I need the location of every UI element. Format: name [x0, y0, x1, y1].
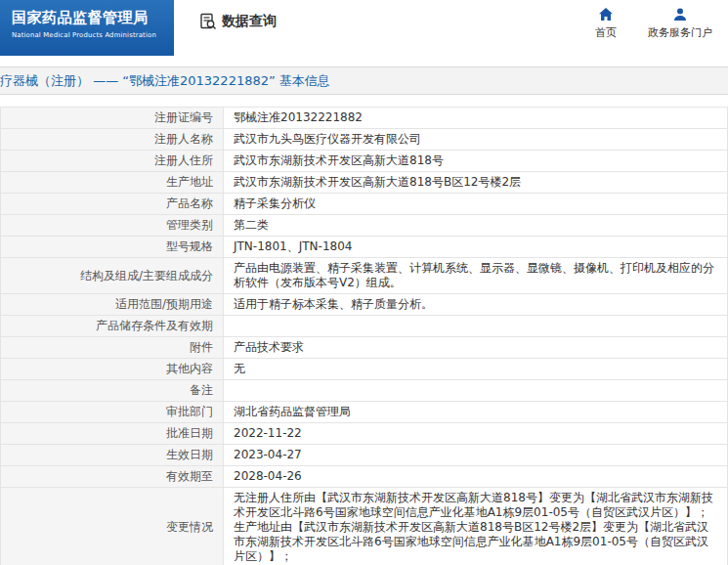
agency-name: 国家药品监督管理局 [12, 9, 166, 27]
nav-portal[interactable]: 政务服务门户 [648, 7, 712, 40]
row-value: 第二类 [224, 215, 728, 237]
table-row: 结构及组成/主要组成成分产品由电源装置、精子采集装置、计算机系统、显示器、显微镜… [1, 258, 728, 294]
table-row: 审批部门湖北省药品监督管理局 [1, 402, 728, 423]
row-label: 审批部门 [1, 402, 224, 423]
row-value: 2022-11-22 [224, 423, 728, 445]
table-row: 产品储存条件及有效期 [1, 316, 728, 337]
table-row: 注册证编号鄂械注准20132221882 [1, 108, 728, 129]
table-row: 型号规格JTN-1801、JTN-1804 [1, 237, 728, 258]
row-value: 武汉市东湖新技术开发区高新大道818号B区12号楼2层 [224, 172, 728, 194]
row-label: 产品名称 [1, 194, 224, 215]
table-row: 管理类别第二类 [1, 215, 728, 237]
table-row: 注册人名称武汉市九头鸟医疗仪器开发有限公司 [1, 129, 728, 151]
row-label: 其他内容 [1, 359, 224, 380]
agency-logo-block: 国家药品监督管理局 National Medical Products Admi… [0, 0, 174, 56]
row-label: 生效日期 [1, 445, 224, 466]
table-row: 生效日期2023-04-27 [1, 445, 728, 466]
table-row: 生产地址武汉市东湖新技术开发区高新大道818号B区12号楼2层 [1, 172, 728, 194]
breadcrumb-bar: 医疗器械（注册） —— “鄂械注准20132221882” 基本信息 [0, 66, 728, 95]
row-label: 批准日期 [1, 423, 224, 445]
table-row: 有效期至2028-04-26 [1, 466, 728, 488]
top-header: 国家药品监督管理局 National Medical Products Admi… [0, 0, 728, 56]
home-icon [598, 7, 614, 22]
table-row: 附件产品技术要求 [1, 337, 728, 359]
nav-portal-label: 政务服务门户 [648, 25, 712, 40]
row-value: 2028-04-26 [224, 466, 728, 488]
agency-name-en: National Medical Products Administration [12, 31, 166, 39]
row-label: 附件 [1, 337, 224, 359]
row-label: 注册人名称 [1, 129, 224, 151]
row-value [224, 380, 728, 402]
table-row: 注册人住所武汉市东湖新技术开发区高新大道818号 [1, 151, 728, 172]
portal-user-icon [672, 7, 688, 22]
table-row: 其他内容无 [1, 359, 728, 380]
row-value: 无 [224, 359, 728, 380]
table-row: 产品名称精子采集分析仪 [1, 194, 728, 215]
row-value: 无注册人住所由【武汉市东湖新技术开发区高新大道818号】变更为【湖北省武汉市东湖… [224, 488, 728, 565]
row-value: 鄂械注准20132221882 [224, 108, 728, 129]
row-value: 2023-04-27 [224, 445, 728, 466]
top-nav: 首页 政务服务门户 [595, 7, 712, 40]
row-value: 产品由电源装置、精子采集装置、计算机系统、显示器、显微镜、摄像机、打印机及相应的… [224, 258, 728, 294]
row-label: 结构及组成/主要组成成分 [1, 258, 224, 294]
row-label: 产品储存条件及有效期 [1, 316, 224, 337]
row-value: 武汉市九头鸟医疗仪器开发有限公司 [224, 129, 728, 151]
row-label: 管理类别 [1, 215, 224, 237]
row-label: 适用范围/预期用途 [1, 294, 224, 316]
page-title: 医疗器械（注册） —— “鄂械注准20132221882” 基本信息 [0, 72, 330, 90]
info-table-body: 注册证编号鄂械注准20132221882注册人名称武汉市九头鸟医疗仪器开发有限公… [1, 108, 728, 565]
table-row: 变更情况无注册人住所由【武汉市东湖新技术开发区高新大道818号】变更为【湖北省武… [1, 488, 728, 565]
nav-home-label: 首页 [595, 25, 617, 40]
row-label: 型号规格 [1, 237, 224, 258]
data-query-label: 数据查询 [222, 13, 277, 30]
data-query-icon [199, 13, 217, 30]
row-value: JTN-1801、JTN-1804 [224, 237, 728, 258]
table-row: 备注 [1, 380, 728, 402]
row-value [224, 316, 728, 337]
info-table: 注册证编号鄂械注准20132221882注册人名称武汉市九头鸟医疗仪器开发有限公… [0, 107, 728, 565]
row-value: 精子采集分析仪 [224, 194, 728, 215]
row-value: 湖北省药品监督管理局 [224, 402, 728, 423]
nav-home[interactable]: 首页 [595, 7, 617, 40]
table-row: 适用范围/预期用途适用于精子标本采集、精子质量分析。 [1, 294, 728, 316]
row-label: 变更情况 [1, 488, 224, 565]
data-query-tab[interactable]: 数据查询 [199, 13, 277, 30]
row-label: 注册证编号 [1, 108, 224, 129]
row-value: 武汉市东湖新技术开发区高新大道818号 [224, 151, 728, 172]
table-row: 批准日期2022-11-22 [1, 423, 728, 445]
row-value: 适用于精子标本采集、精子质量分析。 [224, 294, 728, 316]
row-label: 生产地址 [1, 172, 224, 194]
row-value: 产品技术要求 [224, 337, 728, 359]
row-label: 注册人住所 [1, 151, 224, 172]
row-label: 有效期至 [1, 466, 224, 488]
row-label: 备注 [1, 380, 224, 402]
